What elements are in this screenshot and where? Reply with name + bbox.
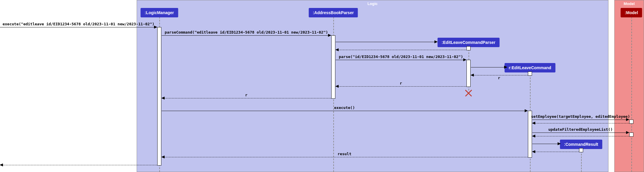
participant-edit-leave-cmd-parser: :EditLeaveCommandParser [438,38,500,47]
arrow-r2 [336,86,466,87]
label-r2: r [400,81,402,85]
arrow-r4 [162,157,528,157]
frame-logic-title: Logic [367,1,378,6]
arrow-ret-m6 [532,136,629,136]
destroy-elcp [465,90,472,96]
activation-cr [579,148,583,152]
participant-address-book-parser: :AddressBookParser [309,8,358,17]
frame-model: Model [614,0,644,172]
lifeline-model [631,17,632,172]
arrow-ret-m5 [532,123,629,123]
activation-elcp-1 [466,46,471,50]
arrow-m3 [336,60,466,60]
participant-command-result: :CommandResult [560,140,602,149]
arrow-create-elc [471,67,507,67]
label-m3: parse("id/EID1234-5678 old/2023-11-01 ne… [339,54,463,59]
arrow-m1 [0,27,157,27]
label-r3: r [245,93,247,97]
arrow-return-elcp-create [336,50,466,50]
arrow-m5 [532,120,629,120]
arrow-m2 [162,35,331,36]
arrow-r1 [471,75,528,75]
activation-model-1 [629,120,633,124]
arrow-m6 [532,133,629,133]
activation-logic-manager [157,27,161,166]
arrow-m4 [162,111,528,111]
participant-logic-manager: :LogicManager [140,8,178,17]
arrow-ret-cr [532,152,579,152]
frame-logic: Logic [137,0,608,172]
label-r1: r [498,76,500,80]
activation-elcp-2 [466,60,471,87]
label-r4: result [338,152,352,156]
arrow-create-elcp [336,42,437,42]
arrow-r3 [162,98,331,98]
activation-model-2 [629,133,633,137]
label-m6: updateFilteredEmployeeList() [548,127,613,132]
arrow-ret-external [0,165,157,165]
label-m1: execute("editleave id/EID1234-5678 old/2… [3,22,155,26]
label-m4: execute() [334,105,355,110]
participant-model: :Model [620,8,642,17]
participant-edit-leave-command: r:EditLeaveCommand [505,63,556,72]
frame-model-title: Model [624,1,635,6]
activation-elc-1 [528,72,532,76]
activation-abp [331,35,335,99]
label-m5: setEmployee(targetEmployee, editedEmploy… [531,114,630,119]
label-m2: parseCommand("editleave id/EID1234-5678 … [165,30,328,34]
arrow-create-cr [532,144,561,144]
